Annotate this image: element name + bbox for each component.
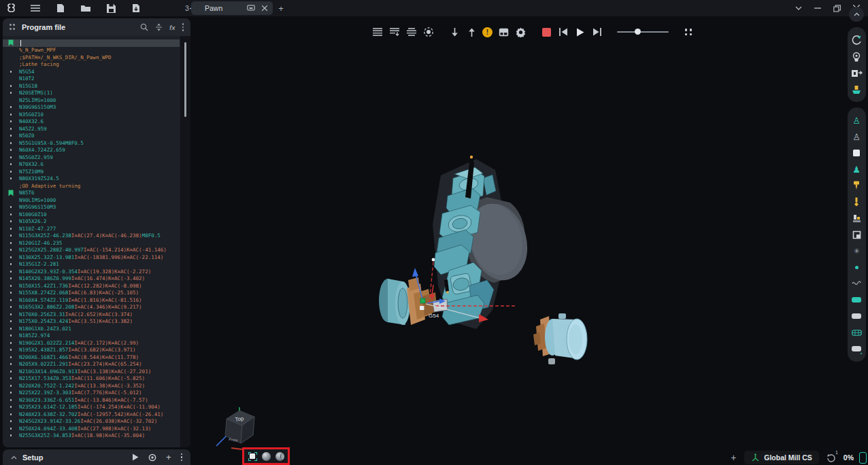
code-line[interactable]: N180G1X0.24Z3.021 [3,325,190,332]
code-line[interactable]: N50Z0 [3,133,190,140]
code-line[interactable]: N15G18 [3,82,190,90]
compare-band-icon[interactable] [849,341,864,357]
code-line[interactable]: N30G96S150M3 [3,104,190,111]
section-display-icon[interactable] [276,452,284,461]
window-restore-icon[interactable] [833,5,841,12]
report-panel-icon[interactable] [497,26,510,38]
toolpath-icon[interactable] [849,275,864,292]
code-line[interactable]: N125G2X25.288Z-40.997I=AC(-154.214)K=AC(… [3,247,190,254]
workpiece-solid-icon[interactable]: ♟ [849,161,864,177]
workpiece-target-icon[interactable]: ♙ [849,112,864,128]
code-line[interactable]: N35G0Z10 [3,111,190,118]
code-line[interactable]: N115G3X25Z-46.238I=AC(27.4)K=AC(-46.238)… [3,232,190,240]
sidebar-collapse-icon[interactable] [849,7,864,22]
simulation-speed-slider[interactable] [617,26,669,38]
main-menu-icon[interactable] [28,2,43,14]
tool-shank-icon[interactable] [849,194,864,210]
window-minimize-icon[interactable] [814,7,821,9]
code-line[interactable]: N10T2 [3,75,190,83]
selection-circle-icon[interactable] [422,26,435,38]
code-line[interactable]: N145X20.386Z0.999I=AC(16.474)K=AC(-3.402… [3,275,190,283]
holder-icon[interactable] [849,210,864,226]
rotation-count-button[interactable]: 1 [824,451,838,464]
import-file-icon[interactable] [129,2,144,14]
code-scrollbar-thumb[interactable] [184,42,186,117]
search-icon[interactable] [140,23,148,31]
code-scrollbar-track[interactable] [180,36,190,447]
view-cube[interactable]: Top Front [216,407,258,451]
code-line[interactable]: N150X15.42Z1.736I=AC(12.282)K=AC(-8.098) [3,282,190,290]
code-line[interactable]: N85T6 [3,190,190,197]
stock-icon[interactable] [849,145,864,161]
code-line[interactable]: N195X2.438Z1.857I=AC(3.682)K=AC(3.971) [3,347,190,354]
stop-button[interactable] [540,26,552,38]
window-dropdown-icon[interactable] [795,6,802,10]
code-line[interactable]: N20SETMS(1) [3,90,190,97]
code-list-icon[interactable] [371,26,384,38]
expand-view-icon[interactable] [682,26,695,38]
code-line[interactable] [3,39,180,47]
code-line[interactable]: N70X32.6 [3,161,190,169]
code-line[interactable]: N40X32.6 [3,118,190,126]
code-line[interactable]: N240X23.638Z-32.702I=AC(-12957.542)K=AC(… [3,411,190,418]
goto-line-icon[interactable] [388,26,401,38]
save-icon[interactable] [103,2,118,14]
setup-settings-icon[interactable] [148,453,156,462]
code-line[interactable]: N100G0Z10 [3,211,190,218]
code-line[interactable]: N75Z10M9 [3,168,190,175]
code-line[interactable]: N255G3X25Z-34.853I=AC(18.98)K=AC(-35.004… [3,432,190,440]
setup-play-icon[interactable] [132,453,139,461]
shaded-display-icon[interactable] [262,452,271,461]
step-down-icon[interactable] [448,26,461,38]
fixture-icon[interactable] [849,226,864,243]
drag-handle-icon[interactable] [10,24,16,31]
tab-close-icon[interactable] [262,5,267,11]
play-button[interactable] [574,26,586,38]
code-line[interactable]: N135G1Z-2.281 [3,261,190,269]
workpiece-design-icon[interactable]: ♙ [849,128,864,145]
step-up-icon[interactable] [465,26,478,38]
viewport-3d[interactable]: G54 Top Front [190,16,868,465]
simulation-settings-icon[interactable] [514,26,527,38]
function-icon[interactable]: fx [169,24,175,31]
spindle-head-icon[interactable] [849,48,864,65]
code-line[interactable]: ;OD Adaptive turning [3,182,190,190]
code-line[interactable]: ;$PATH=/_N_WKS_DIR/_N_Pawn_WPD [3,54,190,61]
setup-collapse-icon[interactable] [11,455,17,460]
code-line[interactable]: N205X9.022Z1.291I=AC(23.274)K=AC(65.254) [3,361,190,368]
code-line[interactable]: N140G2X23.93Z-0.354I=AC(19.328)K=AC(-2.2… [3,268,190,275]
setup-add-icon[interactable]: + [166,452,171,462]
code-line[interactable]: N60X4.724Z2.659 [3,147,190,154]
code-line[interactable]: N5G54 [3,68,190,75]
code-line[interactable]: %_N_Pawn_MPF [3,47,190,54]
code-editor[interactable]: %_N_Pawn_MPF;$PATH=/_N_WKS_DIR/_N_Pawn_W… [3,36,190,447]
code-line[interactable]: N165G3X2.886Z2.208I=AC(4.346)K=AC(9.217) [3,304,190,311]
code-line[interactable]: N225X22.39Z-3.303I=AC(7.776)K=AC(-5.012) [3,390,190,397]
panel-menu-icon[interactable] [182,23,184,31]
code-line[interactable]: N215X17.534Z0.353I=AC(11.606)K=AC(-5.825… [3,375,190,383]
code-line[interactable]: N250X24.094Z-33.408I=AC(27.988)K=AC(-32.… [3,425,190,432]
new-file-icon[interactable] [53,2,68,14]
code-line[interactable]: N190G2X1.022Z2.214I=AC(2.172)K=AC(2.99) [3,339,190,347]
warning-icon[interactable]: ! [482,27,493,37]
code-line[interactable]: N55G1G95X-0.594M8F0.5 [3,139,190,147]
open-folder-icon[interactable] [78,2,93,14]
skip-end-button[interactable] [591,26,603,38]
code-line[interactable]: N90LIMS=1000 [3,196,190,204]
code-line[interactable]: N200X6.168Z1.466I=AC(8.544)K=AC(11.778) [3,354,190,361]
code-line[interactable]: N210G3X14.096Z0.913I=AC(3.138)K=AC(-27.2… [3,368,190,375]
code-line[interactable]: N25LIMS=1000 [3,97,190,104]
code-line[interactable]: N170X0.256Z3.31I=AC(2.652)K=AC(3.374) [3,311,190,318]
target-band-icon[interactable] [849,308,864,324]
code-line[interactable]: N130X25.32Z-13.981I=AC(-18381.996)K=AC(-… [3,254,190,261]
slider-thumb[interactable] [635,29,641,35]
new-tab-button[interactable]: + [275,2,287,14]
code-line[interactable]: N45Z2.959 [3,125,190,133]
tab-pawn[interactable]: Pawn [191,1,273,15]
code-line[interactable]: ;Lathe facing [3,61,190,69]
machine-icon[interactable] [849,65,864,81]
code-line[interactable]: N175X0.254Z3.424I=AC(3.51)K=AC(3.382) [3,318,190,326]
code-line[interactable]: N155X8.274Z2.068I=AC(6.83)K=AC(-25.105) [3,290,190,297]
code-line[interactable]: N120G1Z-46.235 [3,239,190,247]
code-line[interactable]: N110Z-47.277 [3,225,190,232]
